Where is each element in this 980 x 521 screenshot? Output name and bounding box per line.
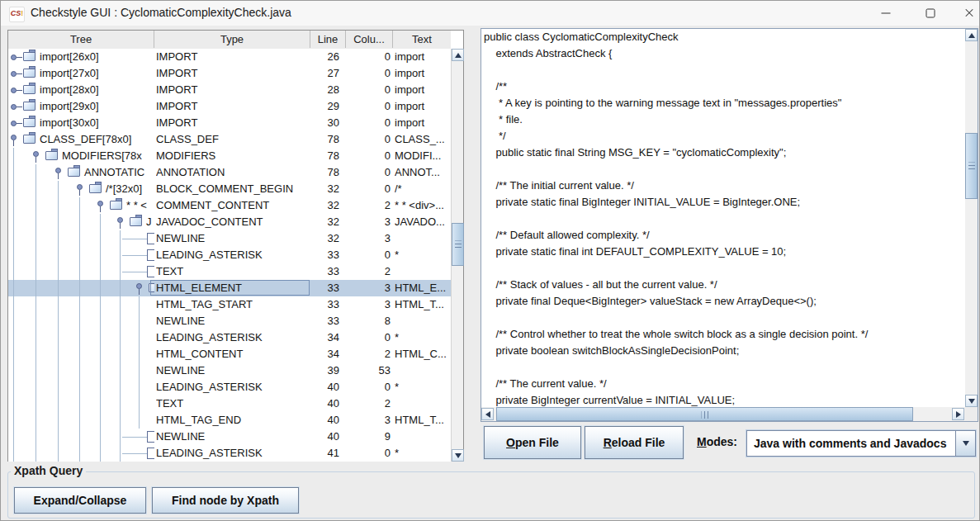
table-row[interactable]: CLASS_DEF[78x0]CLASS_DEF780CLASS_...: [8, 131, 451, 148]
app-icon-text: CS: [11, 9, 21, 17]
table-row[interactable]: HTML_TAG_END403HTML_T...: [8, 412, 451, 429]
reload-file-button[interactable]: Reload File: [585, 426, 684, 459]
tree-scroll-up-button[interactable]: [452, 49, 464, 61]
type-cell: IMPORT: [156, 50, 306, 64]
tree-guide-line: [36, 197, 36, 214]
folder-icon: [89, 184, 102, 193]
table-row[interactable]: JJAVADOC_CONTENT323JAVADO...: [8, 214, 451, 230]
maximize-button[interactable]: [911, 1, 949, 26]
tree-guide-line: [100, 329, 101, 346]
code-scroll-down-button[interactable]: [965, 395, 978, 407]
code-horizontal-scrollbar[interactable]: [481, 407, 965, 421]
tree-guide-line: [36, 313, 36, 329]
tree-node-label: * * <: [126, 199, 147, 212]
code-line: */: [481, 128, 965, 144]
table-row[interactable]: LEADING_ASTERISK410*: [8, 445, 451, 462]
code-hscrollbar-thumb[interactable]: [496, 407, 913, 421]
line-cell: 26: [310, 50, 339, 64]
tree-guide-line: [100, 247, 101, 263]
code-scroll-right-button[interactable]: [952, 408, 964, 420]
find-node-by-xpath-button[interactable]: Find node by Xpath: [152, 487, 299, 514]
tree-guide-line: [13, 445, 14, 462]
tree-cell: ANNOTATIC: [8, 164, 154, 181]
tree-vertical-scrollbar[interactable]: [451, 49, 463, 462]
tree-guide-line: [58, 329, 59, 346]
table-row[interactable]: NEWLINE323: [8, 230, 451, 247]
tree-guide-line: [139, 362, 140, 379]
open-file-button[interactable]: Open File: [484, 426, 581, 459]
tree-guide-line: [120, 346, 121, 362]
type-cell: IMPORT: [156, 83, 306, 97]
text-cell: import: [395, 100, 451, 113]
column-header-column[interactable]: Colu...: [346, 31, 393, 48]
line-cell: 32: [310, 199, 339, 212]
line-cell: 41: [310, 447, 339, 460]
text-cell: import: [395, 116, 451, 130]
column-header-type[interactable]: Type: [154, 31, 310, 48]
table-row[interactable]: MODIFIERS[78xMODIFIERS780MODIFI...: [8, 148, 451, 164]
column-header-tree[interactable]: Tree: [8, 31, 154, 48]
expand-collapse-button[interactable]: Expand/Collapse: [14, 487, 146, 514]
tree-scrollbar-thumb[interactable]: [452, 223, 464, 266]
tree-guide-line: [79, 214, 80, 230]
tree-guide-line: [139, 296, 140, 313]
tree-guide-line: [79, 247, 80, 263]
code-line: /** Default allowed complexity. */: [481, 227, 965, 244]
table-row[interactable]: LEADING_ASTERISK340*: [8, 329, 451, 346]
table-row[interactable]: HTML_CONTENT342HTML_C...: [8, 346, 451, 362]
table-row[interactable]: NEWLINE409: [8, 429, 451, 445]
tree-guide-line: [36, 230, 36, 247]
maximize-icon: [926, 9, 935, 18]
table-row[interactable]: TEXT402: [8, 395, 451, 412]
table-row[interactable]: HTML_ELEMENT333HTML_E...: [8, 280, 451, 296]
table-row[interactable]: LEADING_ASTERISK400*: [8, 379, 451, 395]
modes-combobox[interactable]: Java with comments and Javadocs: [746, 430, 976, 457]
table-row[interactable]: NEWLINE3953: [8, 362, 451, 379]
table-row[interactable]: HTML_TAG_START333HTML_T...: [8, 296, 451, 313]
minimize-button[interactable]: [867, 1, 905, 26]
code-scroll-left-button[interactable]: [481, 408, 494, 420]
tree-guide-line: [58, 362, 59, 379]
titlebar[interactable]: CS! Checkstyle GUI : CyclomaticComplexit…: [1, 1, 979, 26]
table-header: Tree Type Line Colu... Text: [8, 31, 451, 50]
code-vertical-scrollbar[interactable]: [965, 29, 978, 407]
column-header-text[interactable]: Text: [393, 31, 451, 48]
type-cell: MODIFIERS: [156, 149, 306, 163]
text-cell: [395, 265, 451, 278]
table-row[interactable]: LEADING_ASTERISK330*: [8, 247, 451, 263]
text-cell: *: [395, 331, 451, 344]
table-row[interactable]: import[29x0]IMPORT290import: [8, 98, 451, 115]
leaf-node-icon: [147, 266, 154, 277]
tree-cell: import[29x0]: [8, 98, 154, 115]
code-line: private boolean switchBlockAsSingleDecis…: [481, 343, 965, 359]
table-row[interactable]: ANNOTATICANNOTATION780ANNOT...: [8, 164, 451, 181]
code-line: private static final BigInteger INITIAL_…: [481, 194, 965, 211]
code-line: [481, 62, 965, 78]
table-row[interactable]: import[26x0]IMPORT260import: [8, 49, 451, 65]
code-scroll-up-button[interactable]: [965, 29, 978, 41]
code-viewer[interactable]: public class CyclomaticComplexityCheck e…: [481, 29, 965, 407]
type-cell: LEADING_ASTERISK: [156, 447, 306, 460]
tree-connector: [122, 272, 147, 272]
code-scrollbar-thumb[interactable]: [965, 133, 978, 199]
type-cell: LEADING_ASTERISK: [156, 331, 306, 344]
tree-cell: [8, 247, 154, 263]
tree-node-label: import[27x0]: [40, 67, 99, 80]
tree-guide-line: [120, 329, 121, 346]
column-header-line[interactable]: Line: [310, 31, 346, 48]
tree-scroll-down-button[interactable]: [452, 449, 464, 462]
table-row[interactable]: import[30x0]IMPORT300import: [8, 115, 451, 131]
type-cell: NEWLINE: [156, 315, 306, 328]
table-row[interactable]: import[27x0]IMPORT270import: [8, 65, 451, 82]
line-cell: 39: [310, 364, 339, 377]
table-row[interactable]: TEXT332: [8, 263, 451, 280]
tree-guide-line: [13, 214, 14, 230]
close-button[interactable]: [950, 1, 980, 26]
table-row[interactable]: /*[32x0]BLOCK_COMMENT_BEGIN320/*: [8, 181, 451, 197]
table-row[interactable]: NEWLINE338: [8, 313, 451, 329]
table-row[interactable]: import[28x0]IMPORT280import: [8, 82, 451, 98]
line-cell: 29: [310, 100, 339, 113]
table-row[interactable]: * * <COMMENT_CONTENT322* * <div>...: [8, 197, 451, 214]
tree-guide-line: [120, 313, 121, 329]
combo-dropdown-button[interactable]: [955, 431, 975, 456]
